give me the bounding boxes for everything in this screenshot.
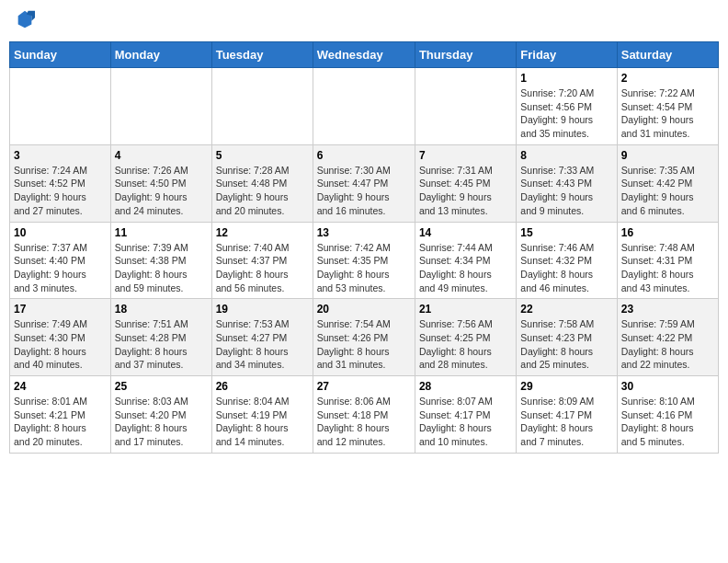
calendar-cell: 28Sunrise: 8:07 AM Sunset: 4:17 PM Dayli… bbox=[415, 376, 516, 454]
day-info: Sunrise: 7:54 AM Sunset: 4:26 PM Dayligh… bbox=[317, 317, 411, 372]
day-info: Sunrise: 8:01 AM Sunset: 4:21 PM Dayligh… bbox=[14, 395, 107, 449]
logo bbox=[13, 9, 35, 34]
calendar-cell bbox=[313, 68, 415, 145]
day-number: 24 bbox=[14, 380, 107, 393]
day-number: 26 bbox=[216, 380, 309, 393]
calendar-cell: 9Sunrise: 7:35 AM Sunset: 4:42 PM Daylig… bbox=[617, 144, 718, 222]
calendar-cell: 14Sunrise: 7:44 AM Sunset: 4:34 PM Dayli… bbox=[415, 222, 516, 299]
day-info: Sunrise: 7:40 AM Sunset: 4:37 PM Dayligh… bbox=[216, 241, 309, 295]
calendar-body: 1Sunrise: 7:20 AM Sunset: 4:56 PM Daylig… bbox=[10, 68, 719, 454]
day-of-week-header: Sunday bbox=[10, 42, 111, 68]
page-header bbox=[9, 9, 719, 34]
day-info: Sunrise: 7:20 AM Sunset: 4:56 PM Dayligh… bbox=[520, 86, 612, 141]
day-info: Sunrise: 7:33 AM Sunset: 4:43 PM Dayligh… bbox=[520, 164, 612, 218]
day-of-week-header: Wednesday bbox=[313, 42, 415, 68]
day-info: Sunrise: 7:42 AM Sunset: 4:35 PM Dayligh… bbox=[317, 241, 411, 295]
day-of-week-header: Thursday bbox=[415, 42, 516, 68]
calendar-cell: 18Sunrise: 7:51 AM Sunset: 4:28 PM Dayli… bbox=[110, 299, 211, 376]
day-number: 10 bbox=[14, 226, 107, 239]
calendar-cell: 30Sunrise: 8:10 AM Sunset: 4:16 PM Dayli… bbox=[617, 376, 718, 454]
day-number: 7 bbox=[419, 149, 512, 162]
day-info: Sunrise: 7:28 AM Sunset: 4:48 PM Dayligh… bbox=[216, 164, 309, 218]
day-info: Sunrise: 8:06 AM Sunset: 4:18 PM Dayligh… bbox=[317, 395, 411, 449]
day-number: 22 bbox=[520, 303, 612, 316]
day-number: 12 bbox=[216, 226, 309, 239]
calendar-cell: 25Sunrise: 8:03 AM Sunset: 4:20 PM Dayli… bbox=[110, 376, 211, 454]
calendar-cell: 8Sunrise: 7:33 AM Sunset: 4:43 PM Daylig… bbox=[517, 144, 617, 222]
day-number: 28 bbox=[419, 380, 512, 393]
calendar-cell: 11Sunrise: 7:39 AM Sunset: 4:38 PM Dayli… bbox=[110, 222, 211, 299]
day-number: 16 bbox=[621, 226, 714, 239]
calendar-cell: 5Sunrise: 7:28 AM Sunset: 4:48 PM Daylig… bbox=[211, 144, 313, 222]
calendar-cell: 29Sunrise: 8:09 AM Sunset: 4:17 PM Dayli… bbox=[517, 376, 617, 454]
calendar-cell: 13Sunrise: 7:42 AM Sunset: 4:35 PM Dayli… bbox=[313, 222, 415, 299]
day-number: 2 bbox=[621, 72, 714, 85]
day-number: 5 bbox=[216, 149, 309, 162]
day-number: 20 bbox=[317, 303, 411, 316]
calendar-cell: 6Sunrise: 7:30 AM Sunset: 4:47 PM Daylig… bbox=[313, 144, 415, 222]
calendar-week-row: 10Sunrise: 7:37 AM Sunset: 4:40 PM Dayli… bbox=[10, 222, 719, 299]
calendar-cell: 22Sunrise: 7:58 AM Sunset: 4:23 PM Dayli… bbox=[517, 299, 617, 376]
calendar-cell bbox=[10, 68, 111, 145]
day-info: Sunrise: 7:24 AM Sunset: 4:52 PM Dayligh… bbox=[14, 164, 107, 218]
day-number: 14 bbox=[419, 226, 512, 239]
calendar-cell: 19Sunrise: 7:53 AM Sunset: 4:27 PM Dayli… bbox=[211, 299, 313, 376]
day-info: Sunrise: 7:46 AM Sunset: 4:32 PM Dayligh… bbox=[520, 241, 612, 295]
day-number: 30 bbox=[621, 380, 714, 393]
day-number: 29 bbox=[520, 380, 612, 393]
calendar-header-row: SundayMondayTuesdayWednesdayThursdayFrid… bbox=[10, 42, 719, 68]
day-info: Sunrise: 7:39 AM Sunset: 4:38 PM Dayligh… bbox=[115, 241, 208, 295]
day-number: 3 bbox=[14, 149, 107, 162]
logo-text bbox=[13, 9, 35, 34]
day-number: 13 bbox=[317, 226, 411, 239]
day-of-week-header: Saturday bbox=[617, 42, 718, 68]
day-of-week-header: Monday bbox=[110, 42, 211, 68]
day-number: 8 bbox=[520, 149, 612, 162]
day-info: Sunrise: 7:51 AM Sunset: 4:28 PM Dayligh… bbox=[115, 317, 208, 372]
day-number: 4 bbox=[115, 149, 208, 162]
day-number: 18 bbox=[115, 303, 208, 316]
day-number: 23 bbox=[621, 303, 714, 316]
logo-icon bbox=[15, 9, 35, 29]
calendar-cell bbox=[110, 68, 211, 145]
day-info: Sunrise: 7:53 AM Sunset: 4:27 PM Dayligh… bbox=[216, 317, 309, 372]
day-info: Sunrise: 8:03 AM Sunset: 4:20 PM Dayligh… bbox=[115, 395, 208, 449]
calendar-table: SundayMondayTuesdayWednesdayThursdayFrid… bbox=[9, 41, 719, 454]
day-number: 6 bbox=[317, 149, 411, 162]
day-info: Sunrise: 7:31 AM Sunset: 4:45 PM Dayligh… bbox=[419, 164, 512, 218]
day-info: Sunrise: 8:07 AM Sunset: 4:17 PM Dayligh… bbox=[419, 395, 512, 449]
day-number: 15 bbox=[520, 226, 612, 239]
day-of-week-header: Tuesday bbox=[211, 42, 313, 68]
day-info: Sunrise: 7:48 AM Sunset: 4:31 PM Dayligh… bbox=[621, 241, 714, 295]
calendar-cell: 4Sunrise: 7:26 AM Sunset: 4:50 PM Daylig… bbox=[110, 144, 211, 222]
calendar-cell: 27Sunrise: 8:06 AM Sunset: 4:18 PM Dayli… bbox=[313, 376, 415, 454]
day-info: Sunrise: 7:35 AM Sunset: 4:42 PM Dayligh… bbox=[621, 164, 714, 218]
calendar-cell: 20Sunrise: 7:54 AM Sunset: 4:26 PM Dayli… bbox=[313, 299, 415, 376]
calendar-cell: 23Sunrise: 7:59 AM Sunset: 4:22 PM Dayli… bbox=[617, 299, 718, 376]
calendar-cell: 26Sunrise: 8:04 AM Sunset: 4:19 PM Dayli… bbox=[211, 376, 313, 454]
calendar-cell: 15Sunrise: 7:46 AM Sunset: 4:32 PM Dayli… bbox=[517, 222, 617, 299]
calendar-week-row: 1Sunrise: 7:20 AM Sunset: 4:56 PM Daylig… bbox=[10, 68, 719, 145]
calendar-cell: 3Sunrise: 7:24 AM Sunset: 4:52 PM Daylig… bbox=[10, 144, 111, 222]
calendar-cell: 24Sunrise: 8:01 AM Sunset: 4:21 PM Dayli… bbox=[10, 376, 111, 454]
day-info: Sunrise: 8:10 AM Sunset: 4:16 PM Dayligh… bbox=[621, 395, 714, 449]
day-info: Sunrise: 7:26 AM Sunset: 4:50 PM Dayligh… bbox=[115, 164, 208, 218]
day-info: Sunrise: 7:22 AM Sunset: 4:54 PM Dayligh… bbox=[621, 86, 714, 141]
calendar-cell: 16Sunrise: 7:48 AM Sunset: 4:31 PM Dayli… bbox=[617, 222, 718, 299]
day-info: Sunrise: 7:58 AM Sunset: 4:23 PM Dayligh… bbox=[520, 317, 612, 372]
day-info: Sunrise: 7:59 AM Sunset: 4:22 PM Dayligh… bbox=[621, 317, 714, 372]
day-info: Sunrise: 7:49 AM Sunset: 4:30 PM Dayligh… bbox=[14, 317, 107, 372]
calendar-week-row: 24Sunrise: 8:01 AM Sunset: 4:21 PM Dayli… bbox=[10, 376, 719, 454]
day-number: 11 bbox=[115, 226, 208, 239]
day-info: Sunrise: 7:56 AM Sunset: 4:25 PM Dayligh… bbox=[419, 317, 512, 372]
day-number: 17 bbox=[14, 303, 107, 316]
calendar-cell: 2Sunrise: 7:22 AM Sunset: 4:54 PM Daylig… bbox=[617, 68, 718, 145]
calendar-cell: 10Sunrise: 7:37 AM Sunset: 4:40 PM Dayli… bbox=[10, 222, 111, 299]
calendar-week-row: 17Sunrise: 7:49 AM Sunset: 4:30 PM Dayli… bbox=[10, 299, 719, 376]
day-number: 1 bbox=[520, 72, 612, 85]
day-info: Sunrise: 7:37 AM Sunset: 4:40 PM Dayligh… bbox=[14, 241, 107, 295]
calendar-cell bbox=[415, 68, 516, 145]
day-info: Sunrise: 8:09 AM Sunset: 4:17 PM Dayligh… bbox=[520, 395, 612, 449]
day-of-week-header: Friday bbox=[517, 42, 617, 68]
calendar-cell: 12Sunrise: 7:40 AM Sunset: 4:37 PM Dayli… bbox=[211, 222, 313, 299]
